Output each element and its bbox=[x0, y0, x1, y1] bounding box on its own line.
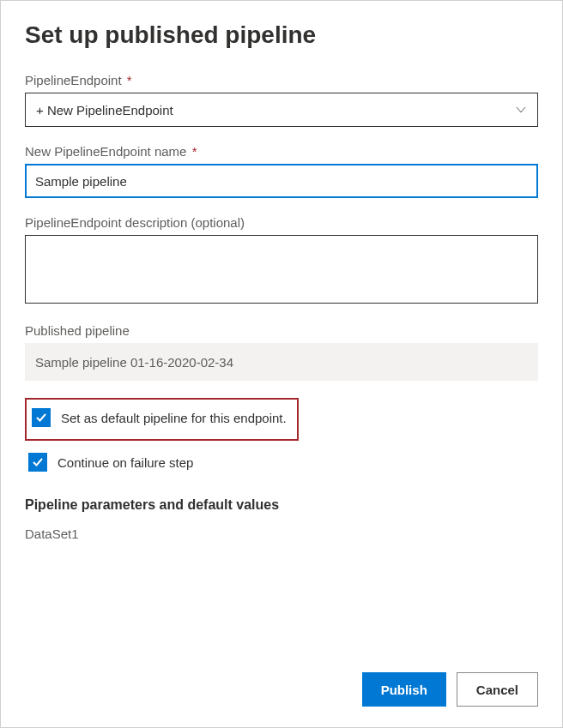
set-default-checkbox[interactable] bbox=[32, 408, 51, 427]
endpoint-label-text: PipelineEndpoint bbox=[25, 73, 122, 87]
endpoint-name-input[interactable] bbox=[25, 164, 538, 198]
description-label: PipelineEndpoint description (optional) bbox=[25, 215, 538, 230]
required-mark: * bbox=[192, 144, 197, 159]
footer-actions: Publish Cancel bbox=[362, 672, 538, 707]
published-pipeline-label: Published pipeline bbox=[25, 323, 538, 338]
set-default-row: Set as default pipeline for this endpoin… bbox=[28, 403, 290, 432]
params-section-title: Pipeline parameters and default values bbox=[25, 497, 538, 513]
continue-failure-checkbox[interactable] bbox=[28, 453, 47, 472]
check-icon bbox=[32, 456, 44, 468]
published-pipeline-value: Sample pipeline 01-16-2020-02-34 bbox=[25, 343, 538, 381]
publish-button[interactable]: Publish bbox=[362, 672, 446, 707]
cancel-button[interactable]: Cancel bbox=[457, 672, 538, 707]
set-default-label: Set as default pipeline for this endpoin… bbox=[61, 411, 287, 425]
continue-failure-row: Continue on failure step bbox=[25, 448, 538, 477]
continue-failure-label: Continue on failure step bbox=[58, 455, 193, 470]
check-icon bbox=[35, 412, 47, 424]
endpoint-label: PipelineEndpoint * bbox=[25, 73, 538, 87]
endpoint-name-label: New PipelineEndpoint name * bbox=[25, 144, 538, 159]
description-textarea[interactable] bbox=[25, 235, 538, 304]
required-mark: * bbox=[127, 73, 132, 87]
panel-title: Set up published pipeline bbox=[25, 21, 538, 49]
publish-pipeline-panel: Set up published pipeline PipelineEndpoi… bbox=[0, 0, 563, 728]
param-item: DataSet1 bbox=[25, 526, 538, 541]
chevron-down-icon bbox=[515, 104, 527, 116]
endpoint-name-label-text: New PipelineEndpoint name bbox=[25, 144, 186, 159]
set-default-highlight: Set as default pipeline for this endpoin… bbox=[25, 398, 299, 441]
endpoint-dropdown[interactable]: + New PipelineEndpoint bbox=[25, 93, 538, 127]
endpoint-selected-value: + New PipelineEndpoint bbox=[36, 103, 173, 117]
